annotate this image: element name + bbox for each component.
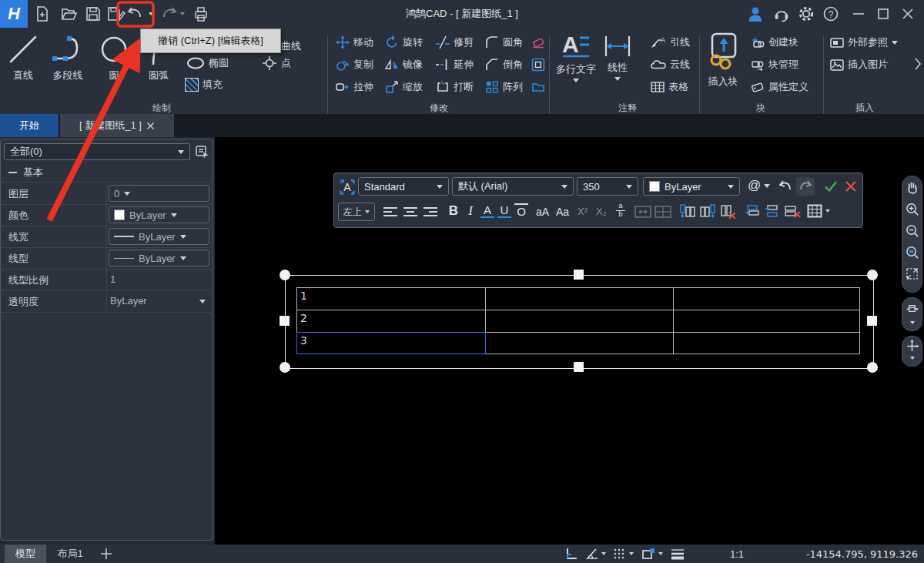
add-layout-button[interactable]	[99, 546, 114, 561]
text-height-button[interactable]: A	[338, 178, 357, 196]
ribbon-chamfer-button[interactable]: 倒角	[485, 57, 523, 72]
ribbon-linear-dim-button[interactable]: 线性	[604, 34, 631, 81]
italic-button[interactable]: I	[464, 203, 477, 219]
grip-bottom-right[interactable]	[867, 362, 878, 373]
delete-row-button[interactable]	[784, 204, 801, 219]
grip-top-left[interactable]	[280, 270, 290, 280]
ribbon-table-button[interactable]: 表格	[651, 79, 688, 95]
save-button[interactable]	[82, 2, 105, 25]
align-right-button[interactable]	[422, 206, 439, 218]
ribbon-mtext-button[interactable]: A 多行文字	[556, 31, 596, 82]
text-color-dropdown[interactable]: ByLayer	[643, 177, 740, 196]
editor-undo-button[interactable]	[776, 177, 795, 196]
mtext-dropdown-caret[interactable]	[573, 79, 579, 82]
grip-top-center[interactable]	[574, 270, 584, 280]
grip-bottom-center[interactable]	[574, 362, 584, 372]
ribbon-attribute-define-button[interactable]: 属性定义	[751, 79, 808, 95]
cad-table[interactable]: 1 2 3	[296, 287, 860, 354]
layout1-tab[interactable]: 布局1	[49, 545, 91, 563]
bold-button[interactable]: B	[447, 203, 460, 219]
table-cell-r2c1[interactable]: 2	[300, 312, 307, 324]
ribbon-explode-button[interactable]	[531, 79, 545, 95]
ribbon-xref-button[interactable]: 外部参照	[830, 35, 898, 50]
editor-redo-button[interactable]	[796, 177, 815, 196]
help-button[interactable]: ?	[819, 2, 842, 25]
superscript-button[interactable]: X²	[578, 206, 588, 217]
ribbon-polyline-button[interactable]: 多段线	[48, 32, 88, 82]
tab-document[interactable]: [ 新建图纸_1 ]	[60, 114, 174, 137]
justify-dropdown[interactable]: 左上	[338, 203, 375, 221]
object-snap-toggle[interactable]	[641, 547, 663, 561]
ribbon-copy-button[interactable]: 复制	[336, 57, 373, 72]
lineweight-toggle[interactable]	[670, 548, 685, 560]
underline-button[interactable]: U	[497, 203, 511, 218]
settings-button[interactable]	[795, 2, 818, 25]
align-left-button[interactable]	[382, 206, 399, 218]
ribbon-ellipse-button[interactable]: 椭圆	[186, 55, 229, 71]
zoom-extents-button[interactable]	[905, 266, 919, 281]
orbit-caret[interactable]	[910, 321, 915, 324]
delete-column-button[interactable]	[719, 204, 736, 219]
nav-move-button[interactable]	[905, 339, 919, 354]
ribbon-line-button[interactable]: 直线	[6, 32, 40, 82]
grip-bottom-left[interactable]	[280, 362, 290, 373]
minimize-button[interactable]	[847, 2, 870, 25]
section-basic-header[interactable]: 基本	[1, 163, 213, 183]
stack-fraction-button[interactable]: ab	[616, 203, 625, 219]
text-size-dropdown[interactable]: 350	[577, 177, 638, 196]
confirm-button[interactable]	[822, 178, 839, 195]
text-style-dropdown[interactable]: Standard	[358, 177, 449, 196]
ribbon-scale-button[interactable]: 缩放	[385, 79, 423, 95]
print-button[interactable]	[189, 2, 213, 25]
text-height-a-button[interactable]: A	[480, 203, 494, 218]
orbit-button[interactable]	[905, 301, 919, 316]
ribbon-cloud-button[interactable]: 云线	[651, 57, 690, 72]
ribbon-offset-button[interactable]	[531, 57, 545, 72]
zoom-window-button[interactable]	[905, 245, 919, 260]
ribbon-hatch-button[interactable]: 填充	[185, 77, 223, 92]
table-borders-dropdown[interactable]	[807, 204, 830, 218]
app-logo[interactable]: H	[0, 0, 28, 28]
new-file-button[interactable]	[31, 2, 54, 25]
grip-left-middle[interactable]	[280, 316, 290, 326]
nav-move-caret[interactable]	[910, 357, 915, 360]
align-center-button[interactable]	[402, 206, 419, 218]
maximize-button[interactable]	[872, 2, 895, 25]
lineweight-dropdown[interactable]: ByLayer	[109, 228, 209, 245]
model-tab[interactable]: 模型	[5, 545, 46, 563]
ribbon-stretch-button[interactable]: 拉伸	[336, 79, 373, 95]
undo-button[interactable]	[123, 2, 146, 25]
snap-grid-toggle[interactable]	[613, 548, 634, 560]
ribbon-leader-button[interactable]: A 引线	[651, 35, 690, 50]
ribbon-point-button[interactable]: 点	[262, 55, 291, 71]
quick-select-button[interactable]	[193, 142, 212, 161]
selection-filter-dropdown[interactable]: 全部(0)	[4, 143, 190, 160]
color-dropdown[interactable]: ByLayer	[109, 206, 209, 223]
tab-close-icon[interactable]	[146, 122, 155, 130]
insert-row-below-button[interactable]	[764, 204, 781, 219]
ribbon-move-button[interactable]: 移动	[336, 35, 373, 50]
ribbon-array-button[interactable]: 阵列	[485, 79, 523, 95]
ribbon-insert-block-button[interactable]: 插入块	[705, 31, 741, 89]
ribbon-erase-button[interactable]	[531, 35, 545, 50]
insert-row-above-button[interactable]	[744, 204, 761, 219]
ortho-toggle[interactable]	[564, 547, 578, 561]
redo-button[interactable]	[158, 2, 181, 25]
open-file-button[interactable]	[57, 2, 80, 25]
user-account-button[interactable]	[744, 2, 767, 25]
layer-dropdown[interactable]: 0	[109, 185, 209, 202]
linear-dim-dropdown-caret[interactable]	[614, 77, 621, 81]
transparency-value[interactable]: ByLayer	[110, 295, 147, 307]
grip-right-middle[interactable]	[867, 316, 877, 326]
polar-tracking-toggle[interactable]	[585, 548, 606, 560]
ribbon-create-block-button[interactable]: 创建块	[751, 35, 798, 50]
ribbon-trim-button[interactable]: 修剪	[436, 35, 474, 50]
ribbon-fillet-button[interactable]: 圆角	[485, 35, 523, 50]
pan-button[interactable]	[905, 180, 919, 195]
insert-column-left-button[interactable]	[679, 204, 696, 219]
ribbon-expand-button[interactable]	[913, 57, 922, 71]
zoom-out-button[interactable]	[905, 223, 919, 238]
ltscale-value[interactable]: 1	[110, 273, 116, 285]
subscript-button[interactable]: X₂	[596, 206, 607, 217]
linetype-dropdown[interactable]: ByLayer	[109, 250, 209, 266]
